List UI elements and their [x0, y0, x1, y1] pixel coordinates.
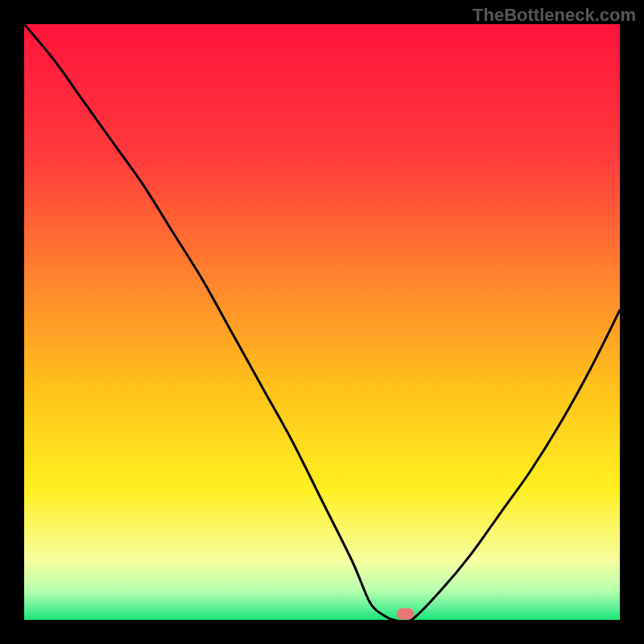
chart-plot-area	[24, 24, 620, 620]
chart-svg	[24, 24, 620, 620]
watermark-label: TheBottleneck.com	[473, 5, 636, 26]
chart-background	[24, 24, 620, 620]
chart-frame: TheBottleneck.com	[0, 0, 644, 644]
optimal-point-marker	[397, 609, 415, 620]
